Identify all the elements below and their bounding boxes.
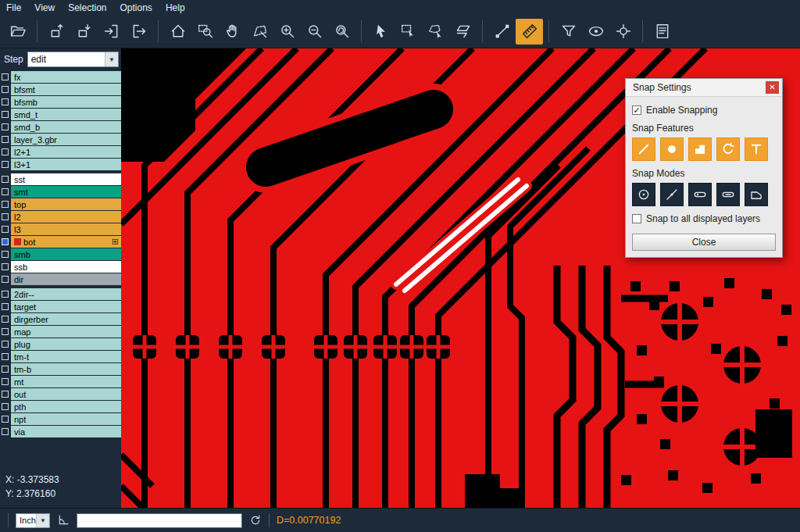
layer-visibility-checkbox[interactable] xyxy=(2,316,9,323)
layer-row[interactable]: plug xyxy=(0,338,121,350)
snap-text-button[interactable] xyxy=(745,137,768,161)
layer-name[interactable]: dir xyxy=(11,273,121,285)
layer-name[interactable]: sst xyxy=(11,173,121,185)
layer-row[interactable]: sst xyxy=(0,173,121,185)
layer-row[interactable]: ssb xyxy=(0,261,121,273)
pan-button[interactable] xyxy=(219,19,246,45)
layer-name[interactable]: fx xyxy=(11,71,121,83)
measure-button[interactable] xyxy=(516,19,543,45)
layer-name[interactable]: via xyxy=(11,426,121,437)
layer-visibility-checkbox[interactable] xyxy=(2,403,9,410)
layer-row[interactable]: target xyxy=(0,301,121,312)
layer-name[interactable]: smb xyxy=(11,248,121,260)
filter-button[interactable] xyxy=(555,19,582,45)
layer-row[interactable]: bfsmt xyxy=(0,84,121,95)
import-down-button[interactable] xyxy=(70,19,98,45)
layer-visibility-checkbox[interactable] xyxy=(2,148,9,155)
layer-visibility-checkbox[interactable] xyxy=(2,73,9,80)
zoom-out-button[interactable] xyxy=(301,19,328,45)
layer-name[interactable]: l3+1 xyxy=(11,159,121,170)
menu-view[interactable]: View xyxy=(34,2,55,13)
layer-name[interactable]: l2+1 xyxy=(11,146,121,158)
layer-visibility-checkbox[interactable] xyxy=(2,98,9,105)
export-up-button[interactable] xyxy=(43,19,70,45)
layer-row[interactable]: bfsmb xyxy=(0,96,121,108)
layer-name[interactable]: npt xyxy=(11,413,121,425)
zoom-last-button[interactable] xyxy=(328,19,355,45)
view-options-button[interactable] xyxy=(582,19,609,45)
layer-row[interactable]: smt xyxy=(0,186,121,198)
menu-file[interactable]: File xyxy=(6,2,21,13)
layer-row[interactable]: top xyxy=(0,198,121,210)
mode-contour-button[interactable] xyxy=(745,183,768,206)
open-folder-button[interactable] xyxy=(4,19,31,45)
layer-row[interactable]: 2dir-- xyxy=(0,288,121,300)
zoom-in-button[interactable] xyxy=(273,19,301,45)
layer-name[interactable]: mt xyxy=(11,376,121,387)
layer-visibility-checkbox[interactable] xyxy=(2,378,9,385)
layer-name[interactable]: 2dir-- xyxy=(11,288,121,300)
angle-button[interactable] xyxy=(57,514,70,527)
layer-visibility-checkbox[interactable] xyxy=(2,353,9,360)
line-button[interactable] xyxy=(488,19,516,45)
layer-visibility-checkbox[interactable] xyxy=(2,161,9,168)
layer-visibility-checkbox[interactable] xyxy=(2,428,9,435)
layer-row[interactable]: pth xyxy=(0,401,121,412)
layer-visibility-checkbox[interactable] xyxy=(2,416,9,423)
mode-slot-end-button[interactable] xyxy=(716,183,740,206)
layer-row[interactable]: out xyxy=(0,388,121,400)
draw-shape-button[interactable] xyxy=(246,19,273,45)
layer-visibility-checkbox[interactable] xyxy=(2,291,9,298)
menu-options[interactable]: Options xyxy=(120,2,152,13)
mode-center-button[interactable] xyxy=(632,183,655,206)
layer-visibility-checkbox[interactable] xyxy=(2,201,9,208)
layer-visibility-checkbox[interactable] xyxy=(2,238,9,245)
report-button[interactable] xyxy=(648,19,676,45)
enable-snapping-checkbox[interactable]: ✓ xyxy=(632,105,641,115)
layer-row[interactable]: smd_t xyxy=(0,109,121,120)
transform-button[interactable] xyxy=(449,19,477,45)
layer-row[interactable]: fx xyxy=(0,71,121,83)
home-button[interactable] xyxy=(164,19,191,45)
layer-row[interactable]: l3+1 xyxy=(0,159,121,170)
layer-name[interactable]: smd_t xyxy=(11,109,121,120)
layer-row[interactable]: dirgerber xyxy=(0,313,121,325)
layer-name[interactable]: l3 xyxy=(11,223,121,235)
layer-visibility-checkbox[interactable] xyxy=(2,328,9,335)
layer-visibility-checkbox[interactable] xyxy=(2,341,9,348)
layer-visibility-checkbox[interactable] xyxy=(2,391,9,398)
layer-visibility-checkbox[interactable] xyxy=(2,276,9,283)
layer-row[interactable]: dir xyxy=(0,273,121,285)
select-window-button[interactable] xyxy=(395,19,422,45)
layer-name[interactable]: tm-t xyxy=(11,351,121,362)
layer-name[interactable]: map xyxy=(11,326,121,337)
chevron-down-icon[interactable]: ▼ xyxy=(36,514,49,527)
layer-name[interactable]: smd_b xyxy=(11,121,121,133)
layer-name[interactable]: smt xyxy=(11,186,121,198)
snap-all-layers-checkbox[interactable] xyxy=(632,214,641,223)
layer-name[interactable]: out xyxy=(11,388,121,400)
layer-row[interactable]: tm-b xyxy=(0,363,121,375)
layer-row[interactable]: smd_b xyxy=(0,121,121,133)
layer-name[interactable]: l2 xyxy=(11,211,121,223)
layer-name[interactable]: target xyxy=(11,301,121,312)
layer-visibility-checkbox[interactable] xyxy=(2,86,9,93)
layer-row[interactable]: tm-t xyxy=(0,351,121,362)
snap-line-button[interactable] xyxy=(632,137,655,161)
layer-visibility-checkbox[interactable] xyxy=(2,213,9,220)
dialog-titlebar[interactable]: Snap Settings ✕ xyxy=(626,79,782,97)
import-left-button[interactable] xyxy=(98,19,125,45)
mode-nearest-button[interactable] xyxy=(660,183,684,206)
layer-name[interactable]: ssb xyxy=(11,261,121,273)
layer-row[interactable]: smb xyxy=(0,248,121,260)
zoom-window-button[interactable] xyxy=(191,19,219,45)
layer-row[interactable]: npt xyxy=(0,413,121,425)
menu-help[interactable]: Help xyxy=(166,2,185,13)
snap-surface-button[interactable] xyxy=(688,137,712,161)
export-right-button[interactable] xyxy=(125,19,152,45)
layer-visibility-checkbox[interactable] xyxy=(2,123,9,130)
unit-select[interactable]: Inch ▼ xyxy=(16,513,50,528)
command-input[interactable] xyxy=(77,513,242,528)
snap-pad-button[interactable] xyxy=(660,137,684,161)
close-button[interactable]: Close xyxy=(632,234,776,251)
